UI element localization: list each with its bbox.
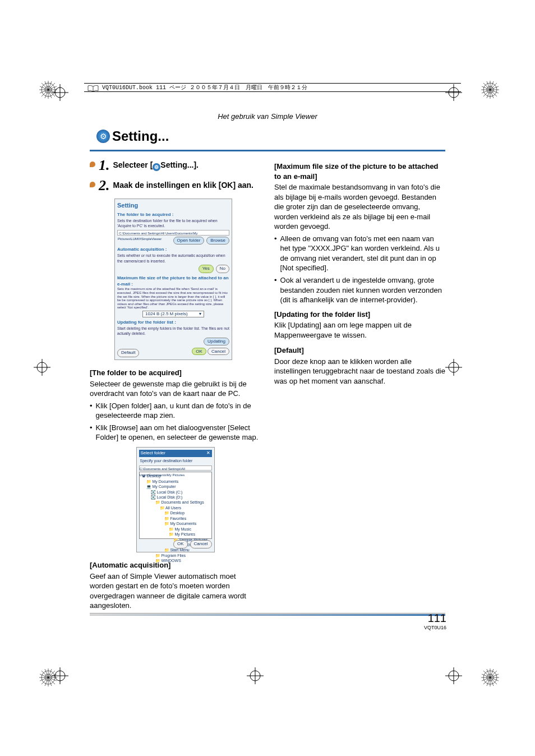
folder-desc: Sets the destination folder for the file… xyxy=(117,218,229,229)
page-number-block: 111 VQT0U16 xyxy=(424,612,446,630)
step-bullet-icon xyxy=(90,182,95,187)
settings-icon: ⚙ xyxy=(96,130,110,143)
dialog-title: Setting xyxy=(117,201,229,210)
ok-button: OK xyxy=(192,348,206,355)
select-folder-screenshot: Select folder✕ Specify your destination … xyxy=(136,447,215,552)
step-1: 1. Selecteer [⚙Setting...]. xyxy=(90,158,261,173)
print-mark-cross xyxy=(445,667,462,684)
print-mark-cross xyxy=(247,667,264,684)
step-number: 2. xyxy=(99,178,110,193)
paragraph: Klik [Updating] aan om lege mappen uit d… xyxy=(274,320,445,340)
step-text: Maak de instellingen en klik [OK] aan. xyxy=(113,181,254,190)
list-item: Klik [Open folder] aan, u kunt dan de fo… xyxy=(90,401,261,421)
folder-tree: 🖥 Desktop 📁 My Documents 💻 My Computer 💽… xyxy=(139,472,212,539)
updating-button: Updating xyxy=(204,338,229,346)
print-mark-radial xyxy=(479,666,501,689)
folder-label: The folder to be acquired : xyxy=(117,212,229,218)
subheading-default: [Default] xyxy=(274,345,445,356)
print-mark-radial xyxy=(479,79,501,101)
subheading-updating: [Updating for the folder list] xyxy=(274,310,445,320)
list-item: Alleen de omvang van foto's met een naam… xyxy=(274,234,445,273)
page-number: 111 xyxy=(428,612,446,624)
yes-button: Yes xyxy=(199,265,214,273)
print-header-bar: VQT0U16DUT.book 111 ページ ２００５年７月４日 月曜日 午前… xyxy=(84,83,461,92)
print-mark-cross xyxy=(52,667,68,684)
step-bullet-icon xyxy=(90,162,95,167)
paragraph: Door deze knop aan te klikken worden all… xyxy=(274,357,445,386)
paragraph: Stel de maximale bestandsomvang in van f… xyxy=(274,182,445,232)
auto-label: Automatic acquisition : xyxy=(117,247,229,253)
list-item: Klik [Browse] aan om het dialoogvenster … xyxy=(90,423,261,442)
book-icon xyxy=(87,84,99,91)
step-1-prefix: Selecteer [ xyxy=(113,160,153,169)
step-text: Selecteer [⚙Setting...]. xyxy=(113,160,199,171)
section-header: Het gebruik van Simple Viewer xyxy=(90,112,445,121)
cancel-button: Cancel xyxy=(190,540,212,548)
print-header-text: VQT0U16DUT.book 111 ページ ２００５年７月４日 月曜日 午前… xyxy=(102,84,307,91)
print-mark-cross xyxy=(445,359,462,376)
step-2: 2. Maak de instellingen en klik [OK] aan… xyxy=(90,178,261,193)
no-button: No xyxy=(216,265,229,273)
folder-path-field: C:\Documents and Settings\All Users\Docu… xyxy=(117,230,229,236)
maxsize-desc: Sets the maximum size of the attached fi… xyxy=(117,287,229,310)
ok-button: OK xyxy=(173,540,188,548)
browse-button: Browse xyxy=(206,237,229,245)
updating-label: Updating for the folder list : xyxy=(117,320,229,326)
doc-code: VQT0U16 xyxy=(424,625,446,630)
folder-instruction: Specify your destination folder xyxy=(139,457,212,464)
dialog-title: Select folder xyxy=(141,450,165,457)
auto-desc: Sets whether or not to execute the autom… xyxy=(117,253,229,264)
step-1-suffix: Setting...]. xyxy=(160,160,199,169)
paragraph: Geef aan of Simple Viewer automatisch mo… xyxy=(90,571,261,611)
print-mark-cross xyxy=(34,359,50,376)
print-mark-cross xyxy=(52,84,68,101)
footer-rule xyxy=(90,613,445,616)
subheading-folder: [The folder to be acquired] xyxy=(90,368,261,378)
setting-dialog-screenshot: Setting The folder to be acquired : Sets… xyxy=(114,199,232,360)
close-icon: ✕ xyxy=(206,450,210,457)
title-underline xyxy=(90,150,445,151)
cancel-button: Cancel xyxy=(207,348,229,355)
settings-icon: ⚙ xyxy=(153,163,160,171)
step-number: 1. xyxy=(99,158,110,173)
page-title-row: ⚙ Setting... xyxy=(96,128,445,144)
size-select: 1024 B (2.5 M pixels)▾ xyxy=(142,311,204,317)
open-folder-button: Open folder xyxy=(173,237,205,245)
maxsize-label: Maximum file size of the picture to be a… xyxy=(117,275,229,288)
list-item: Ook al verandert u de ingestelde omvang,… xyxy=(274,275,445,305)
subheading-maxsize: [Maximum file size of the picture to be … xyxy=(274,162,445,181)
paragraph: Selecteer de gewenste map die gebruikt i… xyxy=(90,379,261,399)
default-button: Default xyxy=(117,349,139,357)
left-column: 1. Selecteer [⚙Setting...]. 2. Maak de i… xyxy=(90,158,261,611)
page-title: Setting... xyxy=(112,128,169,144)
right-column: [Maximum file size of the picture to be … xyxy=(274,158,445,611)
updating-desc: Start deleting the empty folders in the … xyxy=(117,326,229,336)
